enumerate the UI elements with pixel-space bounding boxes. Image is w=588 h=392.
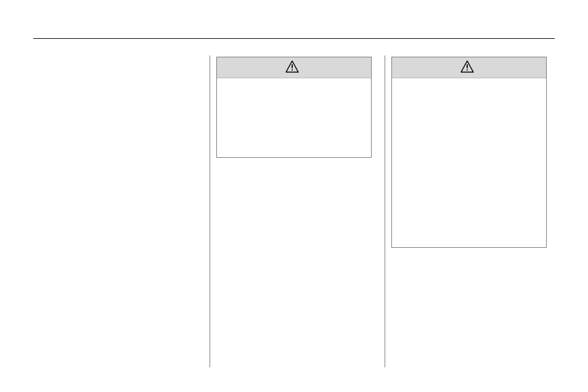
warning-icon [460, 60, 474, 75]
caution-card-1 [216, 57, 372, 158]
caution-card-2-header [392, 57, 546, 78]
column-2 [210, 55, 370, 367]
manual-page [0, 0, 588, 392]
column-1 [37, 55, 197, 367]
svg-rect-0 [292, 64, 293, 68]
caution-card-2-body [392, 78, 546, 115]
warning-icon [285, 60, 299, 75]
column-3 [385, 55, 545, 367]
caution-card-1-header [217, 57, 371, 78]
caution-card-1-body [217, 78, 371, 115]
caution-card-2 [391, 57, 547, 248]
svg-rect-3 [467, 69, 468, 70]
horizontal-rule [33, 38, 555, 39]
svg-rect-2 [467, 64, 468, 68]
svg-rect-1 [292, 69, 293, 70]
